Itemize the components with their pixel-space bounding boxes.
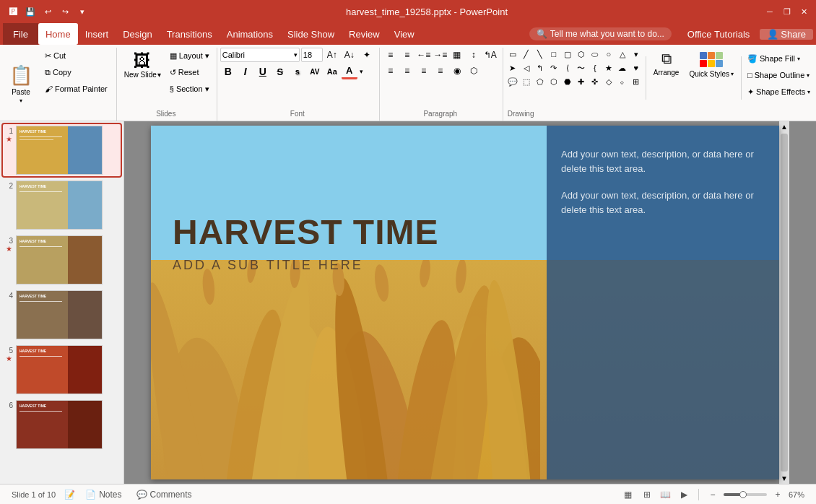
zoom-in-button[interactable]: +	[770, 487, 786, 503]
cut-button[interactable]: ✂ Cut	[42, 48, 110, 64]
text-direction-button[interactable]: ↰A	[482, 48, 498, 62]
increase-font-button[interactable]: A↑	[324, 48, 340, 62]
scroll-up-button[interactable]: ▲	[781, 123, 788, 131]
center-button[interactable]: ≡	[399, 64, 415, 78]
slideshow-button[interactable]: ▶	[677, 487, 693, 503]
slide-thumb-5[interactable]: 5 ★ HARVEST TIME	[3, 344, 121, 396]
layout-dropdown-icon[interactable]: ▾	[205, 51, 209, 61]
shapes-more[interactable]: ▾	[630, 48, 643, 61]
menu-transitions[interactable]: Transitions	[160, 23, 220, 45]
char-spacing-button[interactable]: AV	[307, 64, 323, 79]
shape-misc[interactable]: ⬦	[616, 75, 629, 88]
menu-insert[interactable]: Insert	[78, 23, 116, 45]
font-color-dropdown[interactable]: ▾	[358, 64, 365, 79]
scroll-thumb[interactable]	[781, 134, 788, 472]
shape-diamond[interactable]: ◇	[602, 75, 615, 88]
shape-snip[interactable]: ⬡	[575, 48, 588, 61]
new-slide-button[interactable]: 🖼 New Slide ▾	[120, 48, 165, 97]
strikethrough-button[interactable]: S	[272, 64, 288, 79]
decrease-indent-button[interactable]: ←≡	[416, 48, 432, 62]
font-size-selector[interactable]: 18	[301, 48, 323, 62]
minimize-button[interactable]: ─	[764, 6, 776, 17]
shape-bent-arrow[interactable]: ↰	[534, 61, 547, 74]
redo-button[interactable]: ↪	[58, 4, 72, 19]
restore-button[interactable]: ❒	[781, 6, 793, 17]
section-button[interactable]: § Section ▾	[167, 81, 212, 97]
menu-review[interactable]: Review	[342, 23, 387, 45]
shape-star[interactable]: ★	[602, 61, 615, 74]
shape-circle[interactable]: ○	[602, 48, 615, 61]
new-slide-dropdown-icon[interactable]: ▾	[157, 71, 161, 79]
shape-plus[interactable]: ✚	[575, 75, 588, 88]
slide-thumb-3[interactable]: 3 ★ HARVEST TIME	[3, 234, 121, 286]
close-button[interactable]: ✕	[799, 6, 810, 17]
shape-brace[interactable]: {	[589, 61, 602, 74]
zoom-out-button[interactable]: −	[705, 487, 721, 503]
tell-me-input[interactable]: 🔍 Tell me what you want to do...	[529, 27, 672, 40]
slide-panel[interactable]: 1 ★ HARVEST TIME 2 HARVEST TIME 3 ★	[0, 121, 124, 484]
comments-button[interactable]: 💬 Comments	[132, 488, 196, 501]
font-name-dropdown-icon[interactable]: ▾	[294, 51, 298, 58]
shape-wave[interactable]: 〜	[575, 61, 588, 74]
slide-canvas[interactable]: Add your own text, description, or data …	[151, 126, 779, 479]
shape-misc2[interactable]: ⊞	[630, 75, 643, 88]
align-left-button[interactable]: ≡	[383, 64, 399, 78]
shape-outline-button[interactable]: □ Shape Outline ▾	[745, 67, 813, 83]
smart-art-button[interactable]: ◉	[449, 64, 465, 78]
reading-view-button[interactable]: 📖	[658, 487, 674, 503]
shape-rounded[interactable]: ▢	[561, 48, 574, 61]
share-button[interactable]: 👤 Share	[760, 29, 813, 40]
shape-rect[interactable]: ▭	[506, 48, 519, 61]
shape-line2[interactable]: ╲	[534, 48, 547, 61]
font-color-button[interactable]: A	[342, 64, 357, 79]
shape-outline-dropdown[interactable]: ▾	[807, 72, 810, 79]
menu-slideshow[interactable]: Slide Show	[280, 23, 342, 45]
italic-button[interactable]: I	[238, 64, 253, 79]
shape-hexagon[interactable]: ⬡	[547, 75, 560, 88]
numbering-button[interactable]: ≡	[399, 48, 415, 62]
shape-arrow-left[interactable]: ◁	[520, 61, 533, 74]
normal-view-button[interactable]: ▦	[620, 487, 636, 503]
shape-pentagon[interactable]: ⬠	[534, 75, 547, 88]
shape-fill-dropdown[interactable]: ▾	[797, 56, 800, 62]
change-case-button[interactable]: Aa	[324, 64, 340, 79]
bold-button[interactable]: B	[220, 64, 236, 79]
text-shadow-button[interactable]: s	[290, 64, 305, 79]
slide-title-area[interactable]: HARVEST TIME ADD A SUB TITLE HERE	[173, 212, 438, 273]
shape-triangle[interactable]: △	[616, 48, 629, 61]
shape-fill-button[interactable]: 🪣 Shape Fill ▾	[745, 51, 813, 66]
shape-u-arrow[interactable]: ↷	[547, 61, 560, 74]
align-right-button[interactable]: ≡	[416, 64, 432, 78]
shape-effects-button[interactable]: ✦ Shape Effects ▾	[745, 84, 813, 100]
scroll-down-button[interactable]: ▼	[781, 474, 788, 482]
arrange-button[interactable]: ⧉ Arrange	[649, 48, 684, 97]
shape-rect2[interactable]: □	[547, 48, 560, 61]
menu-home[interactable]: Home	[38, 23, 78, 45]
shape-line[interactable]: ╱	[520, 48, 533, 61]
shape-effects-dropdown[interactable]: ▾	[807, 89, 810, 95]
copy-button[interactable]: ⧉ Copy	[42, 64, 110, 80]
slide-thumb-6[interactable]: 6 HARVEST TIME	[3, 399, 121, 451]
menu-design[interactable]: Design	[116, 23, 159, 45]
shape-cylinder[interactable]: ⬭	[589, 48, 602, 61]
justify-button[interactable]: ≡	[433, 64, 448, 78]
clear-formatting-button[interactable]: ✦	[359, 48, 375, 62]
shape-arrow-right[interactable]: ➤	[506, 61, 519, 74]
quick-styles-dropdown-icon[interactable]: ▾	[731, 71, 734, 77]
convert-to-smartart-button[interactable]: ⬡	[466, 64, 482, 78]
notes-button[interactable]: 📄 Notes	[81, 488, 126, 501]
section-dropdown-icon[interactable]: ▾	[205, 84, 209, 94]
increase-indent-button[interactable]: →≡	[433, 48, 448, 62]
customize-qat-button[interactable]: ▾	[75, 4, 90, 19]
shape-heart[interactable]: ♥	[630, 61, 643, 74]
menu-file[interactable]: File	[3, 23, 38, 45]
paste-dropdown-icon[interactable]: ▾	[19, 97, 22, 104]
menu-animations[interactable]: Animations	[220, 23, 280, 45]
decrease-font-button[interactable]: A↓	[342, 48, 357, 62]
layout-button[interactable]: ▦ Layout ▾	[167, 48, 212, 64]
format-painter-button[interactable]: 🖌 Format Painter	[42, 81, 110, 97]
office-tutorials-button[interactable]: Office Tutorials	[680, 29, 757, 40]
slide-notes-icon[interactable]: 📝	[64, 490, 75, 500]
reset-button[interactable]: ↺ Reset	[167, 64, 212, 80]
slide-sorter-button[interactable]: ⊞	[639, 487, 655, 503]
